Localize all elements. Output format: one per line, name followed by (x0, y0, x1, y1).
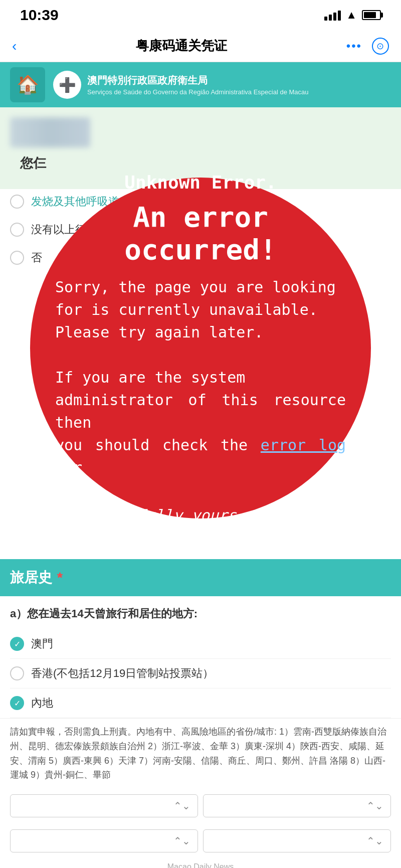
status-bar: 10:39 ▲ (0, 0, 401, 30)
health-icon: ➕ (59, 77, 76, 93)
more-options-button[interactable]: ••• (346, 39, 362, 53)
logo-area: ➕ 澳門特別行政區政府衛生局 Serviços de Saúde do Gove… (53, 71, 309, 99)
travel-row-macau: 澳門 (10, 629, 391, 659)
warning-text: 請如實申報，否則需負上刑責。內地有中、高風險地區的省份/城市: 1）雲南-西雙版… (0, 718, 401, 788)
selects-row-2: ⌃⌄ ⌃⌄ (0, 823, 401, 858)
error-occurred: An error occurred! (55, 201, 346, 266)
travel-row-hk: 香港(不包括12月19日管制站投票站） (10, 659, 391, 688)
error-body-for: for (55, 459, 82, 476)
select-arrow-3: ⌃⌄ (173, 835, 190, 847)
selects-row-1: ⌃⌄ ⌃⌄ (0, 788, 401, 823)
blurred-photo (10, 117, 90, 147)
org-logo: ➕ (53, 71, 81, 99)
error-body-tails: tails. (55, 481, 109, 499)
nav-bar: ‹ 粤康码通关凭证 ••• ⊙ (0, 30, 401, 62)
status-time: 10:39 (20, 7, 59, 24)
error-body-line2: for is currently unavailable. (55, 301, 318, 318)
select-arrow-2: ⌃⌄ (366, 800, 383, 812)
error-log-link[interactable]: error log (261, 436, 346, 454)
macau-label: 澳門 (31, 636, 53, 651)
error-body-line5: administrator of this resource then (55, 391, 346, 431)
error-body-line4: If you are the system (55, 369, 245, 386)
signal-icon (324, 10, 341, 21)
select-city-2[interactable]: ⌃⌄ (203, 829, 391, 852)
travel-title: 旅居史 (10, 568, 52, 587)
org-name-zh: 澳門特別行政區政府衛生局 (87, 74, 309, 87)
scan-icon: ⊙ (376, 41, 384, 52)
error-body-line3: Please try again later. (55, 323, 263, 341)
error-body-line6: you should check the (55, 436, 248, 454)
subsection-a-title: a）您在過去14天曾旅行和居住的地方: (10, 606, 391, 621)
error-title: Unknown Error. (124, 172, 276, 193)
travel-row-mainland: 內地 (10, 688, 391, 718)
checkbox-mainland[interactable] (10, 696, 24, 710)
wifi-icon: ▲ (346, 9, 357, 22)
travel-section-header: 旅居史 * (0, 559, 401, 596)
select-arrow-1: ⌃⌄ (173, 800, 190, 812)
checkbox-nosymptom[interactable] (10, 223, 24, 237)
back-button[interactable]: ‹ (12, 38, 17, 54)
error-body-line1: Sorry, the page you are looking (55, 278, 336, 296)
select-arrow-4: ⌃⌄ (366, 835, 383, 847)
subsection-a: a）您在過去14天曾旅行和居住的地方: (0, 596, 401, 621)
checkbox-no[interactable] (10, 251, 24, 265)
nav-actions: ••• ⊙ (346, 38, 389, 55)
main-content: 您仨 发烧及其他呼吸道症 没有以上征状 否 Unknown Error. An … (0, 107, 401, 868)
watermark-area: Macao Daily News (0, 858, 401, 868)
travel-required-mark: * (57, 570, 63, 586)
mainland-label: 內地 (31, 696, 53, 711)
home-icon: 🏠 (10, 67, 45, 102)
error-body: Sorry, the page you are looking for is c… (55, 276, 346, 501)
battery-icon (362, 10, 381, 20)
hk-label: 香港(不包括12月19日管制站投票站） (31, 666, 214, 681)
checkbox-hk[interactable] (10, 666, 24, 680)
checkbox-macau[interactable] (10, 637, 24, 651)
travel-section-wrapper: 旅居史 * a）您在過去14天曾旅行和居住的地方: 澳門 香港(不包括12月19… (0, 559, 401, 868)
no-label: 否 (31, 250, 42, 265)
watermark-macau-daily: Macao Daily News (167, 862, 234, 868)
org-info: 澳門特別行政區政府衛生局 Serviços de Saúde do Govern… (87, 74, 309, 96)
select-province-1[interactable]: ⌃⌄ (10, 794, 198, 817)
error-overlay: Unknown Error. An error occurred! Sorry,… (30, 178, 371, 518)
select-province-2[interactable]: ⌃⌄ (10, 829, 198, 852)
org-name-pt: Serviços de Saúde do Governo da Região A… (87, 88, 309, 96)
checkbox-fever[interactable] (10, 195, 24, 209)
status-icons: ▲ (324, 9, 381, 22)
scan-button[interactable]: ⊙ (372, 38, 389, 55)
page-title: 粤康码通关凭证 (136, 37, 227, 55)
header-banner: 🏠 ➕ 澳門特別行政區政府衛生局 Serviços de Saúde do Go… (0, 62, 401, 107)
select-city-1[interactable]: ⌃⌄ (203, 794, 391, 817)
travel-checkboxes: 澳門 香港(不包括12月19日管制站投票站） 內地 (0, 629, 401, 718)
error-signature: Faithfully yours, nginx. (55, 506, 346, 524)
